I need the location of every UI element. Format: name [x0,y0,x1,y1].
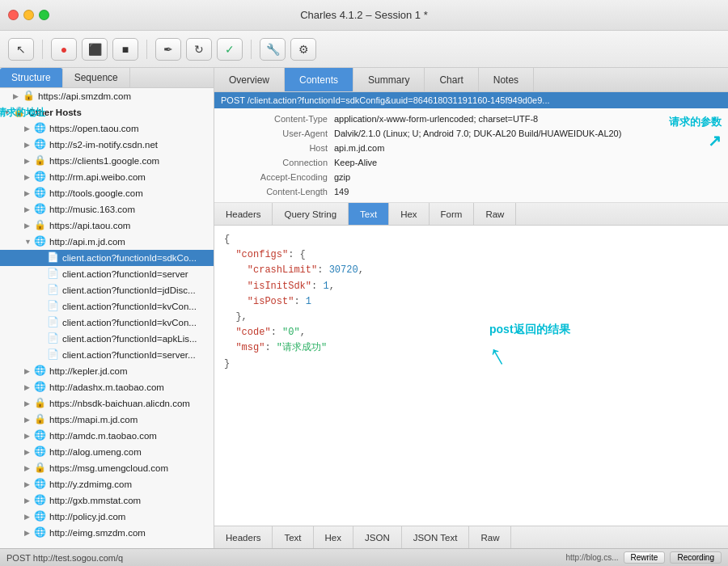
tree-label: https://clients1.google.com [49,156,159,166]
tree-item-kepler[interactable]: ▶ 🌐 http://kepler.jd.com [0,363,214,379]
tree-area[interactable]: ▶ 🔒 https://api.smzdm.com ▼ 🔒 Other Host… [0,88,214,548]
header-row-user-agent: User-Agent Dalvik/2.1.0 (Linux; U; Andro… [221,126,722,141]
stop-button[interactable]: ■ [112,38,138,61]
tools-button[interactable]: 🔧 [260,38,286,61]
tree-item-nbsdk[interactable]: ▶ 🔒 https://nbsdk-baichuan.alicdn.com [0,395,214,412]
tree-arrow: ▶ [24,513,34,521]
header-label-host: Host [221,141,334,155]
tree-item-jd-api[interactable]: ▼ 🌐 http://api.m.jd.com [0,234,214,250]
file-icon: 📄 [47,300,60,313]
tree-arrow: ▶ [24,480,34,488]
tree-arrow: ▶ [24,367,34,375]
record-button[interactable]: ● [51,38,77,61]
tree-label: https://msg.umengcloud.com [49,463,168,473]
recording-button[interactable]: Recording [670,551,722,564]
tree-item-server1[interactable]: 📄 client.action?functionId=server [0,266,214,282]
tab-chart[interactable]: Chart [425,68,478,91]
tree-label: client.action?functionId=jdDisc... [62,285,196,295]
content-tab-form[interactable]: Form [430,203,475,225]
content-tab-hex[interactable]: Hex [389,203,429,225]
tree-item-policy-jd[interactable]: ▶ 🌐 http://policy.jd.com [0,509,214,525]
tree-item-tools-google[interactable]: ▶ 🌐 http://tools.google.com [0,185,214,201]
content-tab-query-string[interactable]: Query String [273,203,349,225]
tree-label: client.action?functionId=sdkCo... [62,253,197,263]
camera-button[interactable]: ⬛ [82,38,108,61]
tree-item-jddisc[interactable]: 📄 client.action?functionId=jdDisc... [0,282,214,298]
pointer-tool-button[interactable]: ↖ [8,38,34,61]
tree-item-adashx[interactable]: ▶ 🌐 http://adashx.m.taobao.com [0,379,214,395]
content-tab-raw[interactable]: Raw [474,203,516,225]
tab-notes[interactable]: Notes [479,68,534,91]
tree-item-mapi-jd[interactable]: ▶ 🔒 https://mapi.m.jd.com [0,412,214,428]
tree-item-api-taou[interactable]: ▶ 🔒 https://api.taou.com [0,218,214,234]
header-label-content-length: Content-Length [221,184,334,199]
tree-item-mmstat[interactable]: ▶ 🌐 http://gxb.mmstat.com [0,492,214,509]
tree-label: http://alog.umeng.com [49,447,142,457]
tree-item-zdmimg[interactable]: ▶ 🌐 http://y.zdmimg.com [0,476,214,492]
code-content: { "configs": { "crashLimit": 30720, "isI… [224,232,718,372]
minimize-button[interactable] [23,10,34,20]
tree-item-server2[interactable]: 📄 client.action?functionId=server... [0,347,214,363]
bottom-tab-json-text[interactable]: JSON Text [402,526,470,548]
tree-label: http://gxb.mmstat.com [49,496,141,505]
tree-item-kvcon1[interactable]: 📄 client.action?functionId=kvCon... [0,298,214,315]
bottom-tab-json[interactable]: JSON [353,526,402,548]
bottom-tab-raw[interactable]: Raw [469,526,511,548]
status-bar: POST http://test.sogou.com/q http://blog… [0,548,728,566]
tree-item-kvcon2[interactable]: 📄 client.action?functionId=kvCon... [0,315,214,331]
tree-item-other-hosts[interactable]: ▼ 🔒 Other Hosts [0,104,214,120]
rewrite-button[interactable]: Rewrite [624,551,666,564]
content-tab-text[interactable]: Text [349,203,389,225]
refresh-button[interactable]: ↻ [186,38,212,61]
content-tab-headers[interactable]: Headers [214,203,273,225]
tree-arrow: ▼ [24,238,34,246]
tree-item-msg-umeng[interactable]: ▶ 🔒 https://msg.umengcloud.com [0,460,214,476]
close-button[interactable] [8,10,19,20]
tree-arrow: ▼ [3,108,13,116]
tree-arrow: ▶ [24,189,34,197]
toolbar: ↖ ● ⬛ ■ ✒ ↻ ✓ 🔧 ⚙ [0,31,728,68]
tab-contents[interactable]: Contents [285,68,353,91]
tree-arrow: ▶ [24,529,34,537]
tree-label: client.action?functionId=server [62,269,188,279]
tree-item-eimg[interactable]: ▶ 🌐 http://eimg.smzdm.com [0,525,214,541]
code-area[interactable]: { "configs": { "crashLimit": 30720, "isI… [214,226,728,526]
check-button[interactable]: ✓ [217,38,243,61]
record-icon: ● [61,43,67,56]
file-icon: 📄 [47,348,60,361]
settings-button[interactable]: ⚙ [290,38,316,61]
tree-label: client.action?functionId=kvCon... [62,302,197,311]
tree-item-apklist[interactable]: 📄 client.action?functionId=apkLis... [0,331,214,347]
tree-label: http://amdc.m.taobao.com [49,431,157,441]
tab-sequence[interactable]: Sequence [63,68,130,87]
tab-overview[interactable]: Overview [214,68,285,91]
tree-label: https://nbsdk-baichuan.alicdn.com [49,399,190,408]
tree-label: http://api.m.jd.com [49,237,125,247]
tree-item-alog[interactable]: ▶ 🌐 http://alog.umeng.com [0,444,214,460]
tree-item-amdc[interactable]: ▶ 🌐 http://amdc.m.taobao.com [0,428,214,444]
bottom-tab-text[interactable]: Text [273,526,313,548]
tree-item-csdn[interactable]: ▶ 🌐 http://s2-im-notify.csdn.net [0,137,214,153]
file-icon: 📄 [47,316,60,329]
toolbar-sep-2 [146,40,147,59]
lock-icon: 🔒 [34,397,47,410]
toolbar-sep-1 [42,40,43,59]
pencil-button[interactable]: ✒ [155,38,181,61]
maximize-button[interactable] [39,10,49,20]
bottom-tab-headers[interactable]: Headers [214,526,273,548]
tree-item-sdkconfig[interactable]: 📄 client.action?functionId=sdkCo... [0,250,214,266]
tree-arrow: ▶ [24,448,34,456]
header-value-connection: Keep-Alive [334,155,377,170]
globe-icon: 🌐 [34,526,47,539]
tree-item-smzdm[interactable]: ▶ 🔒 https://api.smzdm.com [0,88,214,104]
bottom-tab-hex[interactable]: Hex [314,526,353,548]
tree-item-open-taou[interactable]: ▶ 🌐 https://open.taou.com [0,120,214,137]
tab-summary[interactable]: Summary [353,68,425,91]
tree-item-weibo[interactable]: ▶ 🌐 http://rm.api.weibo.com [0,169,214,185]
tree-item-music-163[interactable]: ▶ 🌐 http://music.163.com [0,201,214,218]
tab-structure[interactable]: Structure [0,68,63,87]
tree-arrow: ▶ [24,222,34,230]
tree-arrow: ▶ [24,205,34,213]
tree-item-google-clients[interactable]: ▶ 🔒 https://clients1.google.com [0,153,214,169]
globe-icon: 🌐 [34,381,47,394]
